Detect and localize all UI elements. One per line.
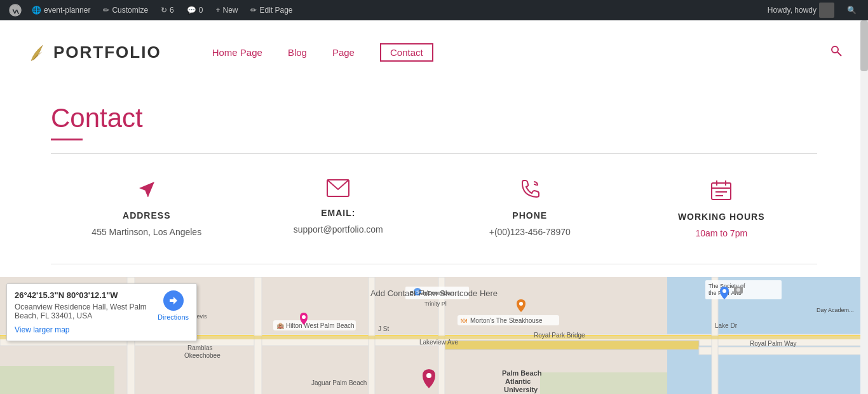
title-underline: [51, 139, 83, 140]
svg-text:Trinity Pl: Trinity Pl: [424, 301, 447, 307]
pencil-icon: ✏: [250, 6, 257, 15]
admin-bar-right: Howdy, howdy 🔍: [763, 3, 862, 18]
svg-text:🍽: 🍽: [461, 317, 467, 324]
svg-text:⑤: ⑤: [416, 290, 420, 296]
svg-rect-26: [540, 372, 667, 394]
calendar-icon: [710, 179, 732, 205]
svg-text:University: University: [504, 386, 538, 393]
contact-hours-item: WORKING HOURS 10am to 7pm: [626, 179, 818, 238]
customize-item[interactable]: ✏ Customize: [98, 0, 153, 20]
svg-text:J St: J St: [378, 325, 389, 332]
logo-area[interactable]: PORTFOLIO: [25, 41, 161, 64]
svg-text:Palm Beach: Palm Beach: [502, 369, 542, 377]
svg-point-60: [302, 315, 306, 319]
phone-icon: [520, 179, 540, 204]
view-larger-map-link[interactable]: View larger map: [15, 325, 69, 334]
address-label: ADDRESS: [123, 210, 170, 221]
site-header: PORTFOLIO Home Page Blog Page Contact: [0, 20, 868, 84]
comments-icon: ↻: [161, 6, 167, 15]
svg-text:Hilton West Palm Beach: Hilton West Palm Beach: [286, 322, 355, 329]
map-address: Oceanview Residence Hall, West Palm Beac…: [15, 302, 151, 320]
admin-bar: 🌐 event-planner ✏ Customize ↻ 6 💬 0 + Ne…: [0, 0, 868, 20]
svg-rect-25: [0, 366, 114, 394]
search-admin-item[interactable]: 🔍: [842, 6, 862, 15]
scrollbar-thumb[interactable]: [860, 20, 868, 71]
email-label: EMAIL:: [321, 208, 355, 218]
scrollbar[interactable]: [860, 20, 868, 394]
divider-top: [51, 153, 817, 154]
phone-label: PHONE: [512, 210, 547, 221]
nav-page[interactable]: Page: [332, 47, 355, 58]
wp-logo[interactable]: [6, 0, 24, 20]
directions-label[interactable]: Directions: [158, 313, 189, 321]
avatar-icon: [819, 3, 834, 18]
bubble-icon: 💬: [187, 6, 196, 15]
howdy-item[interactable]: Howdy, howdy: [763, 3, 839, 18]
email-icon: [327, 179, 349, 201]
svg-text:🏨: 🏨: [276, 322, 285, 330]
svg-marker-63: [170, 297, 177, 304]
svg-text:Lake Dr: Lake Dr: [715, 322, 738, 329]
directions-icon: [163, 290, 184, 311]
plus-icon: +: [215, 6, 220, 15]
search-admin-icon: 🔍: [847, 6, 857, 15]
contact-info-row: ADDRESS 455 Martinson, Los Angeles EMAIL…: [51, 166, 817, 251]
svg-point-58: [736, 288, 740, 292]
nav-contact[interactable]: Contact: [380, 43, 433, 62]
nav-search-button[interactable]: [830, 44, 843, 60]
nav-home[interactable]: Home Page: [212, 47, 262, 58]
address-value: 455 Martinson, Los Angeles: [92, 227, 201, 237]
contact-address-item: ADDRESS 455 Martinson, Los Angeles: [51, 179, 243, 237]
svg-text:Okeechobee: Okeechobee: [184, 352, 220, 359]
comments-item[interactable]: ↻ 6: [156, 0, 179, 20]
phone-value: +(00)123-456-78970: [489, 227, 571, 237]
svg-rect-17: [699, 347, 868, 355]
contact-email-item: EMAIL: support@portfolio.com: [243, 179, 435, 234]
bubble-item[interactable]: 💬 0: [182, 0, 208, 20]
svg-text:Royal Park Bridge: Royal Park Bridge: [534, 332, 585, 339]
hours-label: WORKING HOURS: [678, 212, 765, 222]
svg-text:Lakeview Ave: Lakeview Ave: [419, 339, 458, 346]
globe-icon: 🌐: [32, 6, 41, 15]
nav-menu: Home Page Blog Page Contact: [212, 43, 830, 62]
page-content: Contact ADDRESS 455 Martinson, Los Angel…: [0, 84, 868, 264]
svg-rect-16: [445, 341, 699, 350]
svg-text:Ramblas: Ramblas: [187, 344, 212, 351]
site-name-item[interactable]: 🌐 event-planner: [27, 0, 95, 20]
new-item[interactable]: + New: [210, 0, 243, 20]
edit-page-item[interactable]: ✏ Edit Page: [245, 0, 297, 20]
map-info-box: 26°42'15.3"N 80°03'12.1"W Oceanview Resi…: [6, 283, 197, 341]
hours-value: 10am to 7pm: [695, 228, 747, 238]
svg-point-59: [519, 302, 523, 306]
svg-text:Jaguar Palm Beach: Jaguar Palm Beach: [311, 379, 367, 386]
map-area[interactable]: J St Lake Dr Raymond F. Krevis 🏨 Hilton …: [0, 277, 868, 394]
map-coords: 26°42'15.3"N 80°03'12.1"W: [15, 290, 151, 300]
svg-text:Atlantic: Atlantic: [505, 377, 531, 385]
contact-phone-item: PHONE +(00)123-456-78970: [434, 179, 626, 237]
logo-icon: [25, 41, 48, 64]
address-icon: [137, 179, 157, 204]
customize-icon: ✏: [103, 6, 109, 15]
email-value: support@portfolio.com: [294, 224, 383, 234]
page-title: Contact: [51, 103, 817, 133]
svg-text:Morton's The Steakhouse: Morton's The Steakhouse: [470, 317, 543, 324]
logo-text: PORTFOLIO: [53, 43, 161, 62]
svg-text:Day Academ...: Day Academ...: [817, 307, 854, 313]
svg-point-56: [722, 289, 726, 293]
nav-blog[interactable]: Blog: [288, 47, 307, 58]
divider-bottom: [51, 264, 817, 264]
svg-point-55: [426, 373, 431, 378]
svg-line-2: [837, 52, 841, 56]
svg-marker-3: [139, 182, 154, 197]
svg-point-1: [832, 46, 838, 53]
svg-text:Royal Palm Way: Royal Palm Way: [750, 340, 797, 347]
